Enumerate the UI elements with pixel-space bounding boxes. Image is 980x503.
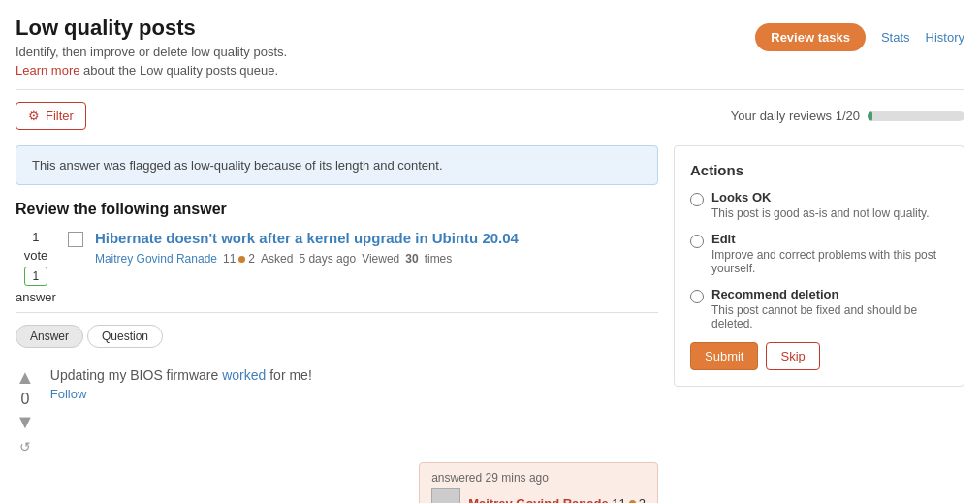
action-recommend-deletion-label: Recommend deletion — [711, 287, 948, 301]
radio-recommend-deletion[interactable] — [690, 290, 704, 303]
actions-panel: Actions Looks OK This post is good as-is… — [674, 145, 964, 387]
vote-answer-block: 1 vote 1 answer — [16, 230, 56, 304]
tab-answer[interactable]: Answer — [16, 325, 83, 348]
filter-button[interactable]: ⚙ Filter — [16, 102, 86, 130]
radio-edit[interactable] — [690, 235, 704, 248]
vote-down-icon[interactable]: ▼ — [16, 412, 35, 431]
actions-panel-container: Actions Looks OK This post is good as-is… — [674, 145, 964, 503]
action-looks-ok-desc: This post is good as-is and not low qual… — [711, 206, 930, 220]
asked-time: 5 days ago — [299, 252, 356, 266]
action-recommend-deletion-desc: This post cannot be fixed and should be … — [711, 303, 948, 330]
post-title-link[interactable]: Hibernate doesn't work after a kernel up… — [95, 230, 658, 246]
action-edit: Edit Improve and correct problems with t… — [690, 232, 948, 275]
asked-text: Asked — [261, 252, 293, 266]
review-heading: Review the following answer — [16, 201, 658, 218]
answer-content: ▲ 0 ▼ ↺ Updating my BIOS firmware worked… — [16, 360, 658, 503]
answer-vote-count: 0 — [20, 391, 29, 408]
answer-label: answer — [16, 290, 56, 304]
page-subtitle: Identify, then improve or delete low qua… — [16, 45, 287, 59]
answered-bronze-dot — [629, 500, 636, 504]
vote-label: vote — [24, 248, 48, 263]
answer-vote-block: ▲ 0 ▼ ↺ — [16, 367, 35, 455]
submit-button[interactable]: Submit — [690, 342, 758, 370]
stats-link[interactable]: Stats — [881, 30, 910, 45]
action-edit-text: Edit Improve and correct problems with t… — [711, 232, 948, 275]
answer-badge: 1 — [24, 267, 48, 286]
radio-looks-ok[interactable] — [690, 193, 704, 206]
post-title-meta: Hibernate doesn't work after a kernel up… — [95, 230, 658, 266]
post-divider — [16, 312, 658, 313]
action-looks-ok: Looks OK This post is good as-is and not… — [690, 190, 948, 220]
review-tasks-button[interactable]: Review tasks — [755, 23, 866, 51]
view-suffix: times — [425, 252, 453, 266]
header-divider — [16, 89, 964, 90]
answered-card: answered 29 mins ago Maitrey Govind Rana… — [419, 462, 658, 503]
action-edit-label: Edit — [711, 232, 948, 246]
daily-reviews-label: Your daily reviews 1/20 — [731, 109, 860, 123]
follow-link[interactable]: Follow — [50, 387, 658, 401]
action-looks-ok-text: Looks OK This post is good as-is and not… — [711, 190, 930, 220]
answer-body-row: ▲ 0 ▼ ↺ Updating my BIOS firmware worked… — [16, 367, 658, 455]
action-recommend-deletion-text: Recommend deletion This post cannot be f… — [711, 287, 948, 330]
view-count: 30 — [405, 252, 418, 266]
post-checkbox[interactable] — [68, 232, 83, 247]
post-meta-row: 1 vote 1 answer Hibernate doesn't work a… — [16, 230, 658, 304]
vote-up-icon[interactable]: ▲ — [16, 367, 35, 387]
page-title: Low quality posts — [16, 16, 287, 41]
learn-more-link[interactable]: Learn more — [16, 63, 79, 78]
bronze-badge-dot — [238, 256, 245, 263]
skip-button[interactable]: Skip — [766, 342, 819, 370]
viewed-text: Viewed — [362, 252, 399, 266]
action-recommend-deletion: Recommend deletion This post cannot be f… — [690, 287, 948, 330]
answered-time: answered 29 mins ago — [431, 471, 646, 485]
answer-link[interactable]: worked — [222, 367, 266, 383]
user-rep: 11 2 — [223, 252, 255, 266]
answered-user-badge: 11 2 — [612, 496, 646, 504]
daily-reviews-progress-bar — [868, 111, 964, 121]
actions-title: Actions — [690, 162, 948, 178]
tabs-row: Answer Question — [16, 325, 658, 348]
post-user-link[interactable]: Maitrey Govind Ranade — [95, 252, 217, 266]
gear-icon: ⚙ — [28, 109, 40, 123]
vote-count: 1 — [32, 230, 39, 244]
action-edit-desc: Improve and correct problems with this p… — [711, 248, 948, 275]
tab-question[interactable]: Question — [87, 325, 163, 348]
history-link[interactable]: History — [926, 30, 964, 45]
post-info-line: Maitrey Govind Ranade 11 2 Asked 5 days … — [95, 252, 658, 266]
answer-history-icon[interactable]: ↺ — [19, 439, 31, 455]
daily-reviews-info: Your daily reviews 1/20 — [731, 109, 964, 123]
info-banner: This answer was flagged as low-quality b… — [16, 145, 658, 185]
progress-bar-fill — [868, 111, 872, 121]
answer-text: Updating my BIOS firmware worked for me! — [50, 367, 658, 383]
actions-buttons: Submit Skip — [690, 342, 948, 370]
answer-text-block: Updating my BIOS firmware worked for me!… — [50, 367, 658, 401]
answered-user-link[interactable]: Maitrey Govind Ranade — [468, 496, 608, 504]
learn-more-line: Learn more about the Low quality posts q… — [16, 63, 287, 78]
action-looks-ok-label: Looks OK — [711, 190, 930, 204]
user-avatar — [431, 488, 460, 503]
answered-user: Maitrey Govind Ranade 11 2 — [431, 488, 646, 503]
